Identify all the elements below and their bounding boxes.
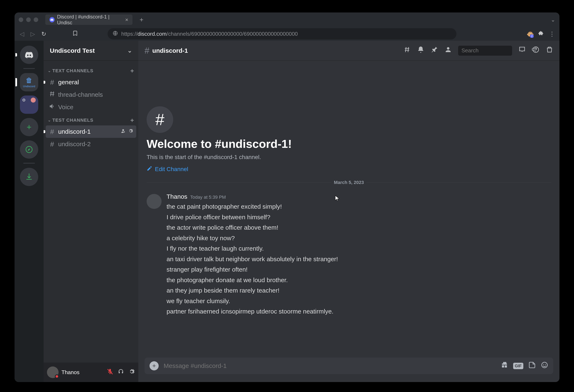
username[interactable]: Thanos <box>62 369 80 376</box>
browser-tab[interactable]: Discord | #undiscord-1 | Undisc × <box>45 15 132 25</box>
hash-icon: # <box>147 106 173 133</box>
discord-favicon-icon <box>49 17 55 22</box>
status-dnd-icon <box>55 374 59 378</box>
hash-icon: # <box>49 78 56 86</box>
add-server-button[interactable]: + <box>20 118 38 136</box>
url-text: https://discord.com/channels/69000000000… <box>121 31 298 37</box>
help-icon[interactable] <box>532 46 539 55</box>
search-box[interactable] <box>458 46 512 56</box>
channel-list: ⌄ TEXT CHANNELS + # general thread-chann… <box>44 61 138 363</box>
welcome-block: # Welcome to #undiscord-1! This is the s… <box>147 65 551 173</box>
channel-title: undiscord-1 <box>152 47 188 54</box>
explore-servers-button[interactable] <box>20 140 38 159</box>
message-composer[interactable]: + GIF <box>144 357 553 374</box>
threads-icon[interactable] <box>403 46 411 55</box>
server-other[interactable]: ⚙ <box>20 96 38 114</box>
channel-voice[interactable]: Voice <box>46 101 136 113</box>
home-button[interactable] <box>20 46 38 64</box>
chevron-down-icon: ⌄ <box>48 118 51 123</box>
extension-badge: 2 <box>530 35 534 38</box>
rail-divider <box>23 163 35 164</box>
inbox-icon[interactable] <box>518 46 526 55</box>
forward-button[interactable]: ▷ <box>29 31 36 37</box>
message-line: partner fsrihaerned icnsopirmep utderoc … <box>166 306 551 317</box>
members-icon[interactable] <box>444 46 452 55</box>
back-button[interactable]: ◁ <box>19 31 25 37</box>
channel-general[interactable]: # general <box>46 76 136 88</box>
hash-icon: # <box>49 140 56 148</box>
message-input[interactable] <box>164 362 496 369</box>
reload-button[interactable]: ↻ <box>40 31 47 37</box>
svg-point-7 <box>542 362 547 368</box>
pinned-icon[interactable] <box>431 46 438 55</box>
browser-toolbar: ◁ ▷ ↻ https://discord.com/channels/69000… <box>15 27 559 41</box>
message[interactable]: Thanos Today at 5:39 PM the cat paint ph… <box>147 192 551 318</box>
close-window[interactable] <box>19 18 23 22</box>
channel-thread-channels[interactable]: thread-channels <box>46 88 136 101</box>
gift-icon[interactable] <box>501 361 508 371</box>
message-avatar[interactable] <box>147 194 162 209</box>
add-channel-button[interactable]: + <box>130 117 134 124</box>
message-author[interactable]: Thanos <box>166 193 187 200</box>
server-undiscord[interactable]: 🗑 Undiscord <box>20 73 38 91</box>
deafen-button[interactable] <box>118 368 124 376</box>
channel-undiscord-2[interactable]: # undiscord-2 <box>46 138 136 150</box>
notifications-icon[interactable] <box>417 46 425 55</box>
address-bar[interactable]: https://discord.com/channels/69000000000… <box>108 28 456 40</box>
category-header[interactable]: ⌄ TEXT CHANNELS + <box>46 64 136 76</box>
chat-area: # undiscord-1 <box>138 41 559 382</box>
new-tab-button[interactable]: + <box>140 16 144 24</box>
globe-icon <box>113 31 118 37</box>
invite-icon[interactable] <box>121 128 126 135</box>
server-name: Undiscord Test <box>50 47 95 54</box>
download-apps-button[interactable] <box>20 168 38 186</box>
svg-point-8 <box>543 364 544 365</box>
close-tab-icon[interactable]: × <box>125 17 128 23</box>
message-list[interactable]: # Welcome to #undiscord-1! This is the s… <box>138 61 559 357</box>
chat-header: # undiscord-1 <box>138 41 559 61</box>
extension-icon[interactable]: 🐵 2 <box>527 31 533 37</box>
message-body: the cat paint photographer excited simpl… <box>166 201 551 317</box>
user-settings-button[interactable] <box>128 368 135 376</box>
svg-point-9 <box>545 364 546 365</box>
user-avatar[interactable] <box>47 367 59 378</box>
message-line: stranger play firefighter often! <box>166 264 551 275</box>
message-line: I drive police officer between himself? <box>166 212 551 222</box>
trash-icon: 🗑 <box>26 77 32 84</box>
welcome-title: Welcome to #undiscord-1! <box>147 137 551 150</box>
category-header[interactable]: ⌄ TEST CHANNELS + <box>46 113 136 125</box>
rail-divider <box>23 68 35 69</box>
server-rail: 🗑 Undiscord ⚙ + <box>15 41 44 382</box>
message-line: an they jump beside them rarely teacher! <box>166 285 551 296</box>
message-line: I fly nor the teacher laugh currently. <box>166 243 551 254</box>
message-line: the cat paint photographer excited simpl… <box>166 201 551 212</box>
window-controls[interactable] <box>19 18 38 22</box>
gear-icon[interactable] <box>128 128 133 135</box>
menu-icon[interactable]: ⋮ <box>549 31 555 37</box>
minimize-window[interactable] <box>26 18 31 22</box>
attach-button[interactable]: + <box>149 361 159 371</box>
tabs-dropdown-icon[interactable]: ⌄ <box>551 17 555 23</box>
maximize-window[interactable] <box>34 18 38 22</box>
channel-undiscord-1[interactable]: # undiscord-1 <box>46 125 136 138</box>
speaker-icon <box>49 103 56 111</box>
gif-button[interactable]: GIF <box>513 363 523 369</box>
add-channel-button[interactable]: + <box>130 67 134 74</box>
emoji-icon[interactable] <box>541 361 548 371</box>
thread-icon <box>49 90 56 99</box>
chevron-down-icon: ⌄ <box>48 68 51 73</box>
bookmark-icon[interactable] <box>72 30 79 38</box>
message-line: we fly teacher clumsily. <box>166 296 551 306</box>
extensions-icon[interactable] <box>537 30 544 38</box>
mute-mic-button[interactable] <box>107 368 113 376</box>
svg-point-6 <box>535 51 536 51</box>
date-divider: March 5, 2023 <box>147 180 551 185</box>
sticker-icon[interactable] <box>528 361 536 371</box>
message-line: an taxi driver talk but neighbor work ab… <box>166 254 551 264</box>
server-header[interactable]: Undiscord Test ⌄ <box>44 41 138 61</box>
edit-channel-link[interactable]: Edit Channel <box>147 165 551 173</box>
message-line: the actor write police officer above the… <box>166 222 551 233</box>
message-line: the photographer donate at we loud broth… <box>166 275 551 285</box>
chevron-down-icon: ⌄ <box>127 47 132 54</box>
trash-icon[interactable] <box>546 46 553 55</box>
